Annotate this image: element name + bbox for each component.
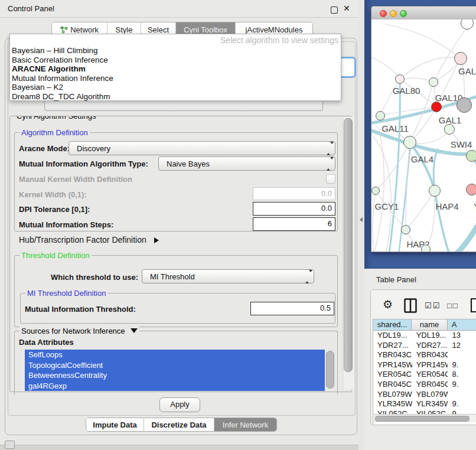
table-row[interactable]: YLR345WYLR345W9. xyxy=(373,399,476,409)
algorithm-option[interactable]: Dream8 DC_TDC Algorithm xyxy=(10,92,341,102)
split-pane-divider[interactable] xyxy=(358,0,364,450)
table-row[interactable]: YPR145WYPR145W9. xyxy=(373,360,476,370)
table-cell: 12 xyxy=(448,341,476,351)
node-label: SWI4 xyxy=(451,139,472,149)
divider-collapse-icon[interactable] xyxy=(360,217,363,222)
tab-discretize-data[interactable]: Discretize Data xyxy=(144,418,214,431)
algorithm-placeholder: Select algorithm to view settings xyxy=(10,34,341,46)
network-node[interactable] xyxy=(431,102,442,112)
table-cell: YDL19... xyxy=(373,331,412,341)
sources-group-title[interactable]: Sources for Network Inference xyxy=(19,327,139,335)
table-cell: YPR145W xyxy=(412,360,448,370)
network-node[interactable] xyxy=(403,136,416,149)
select-all-checkboxes-icon[interactable]: ☑☑ xyxy=(425,301,441,310)
table-hscrollbar[interactable] xyxy=(373,414,476,422)
kernel-width-input[interactable]: 0.0 xyxy=(253,187,335,200)
data-attribute-item[interactable]: SelfLoops xyxy=(25,350,325,360)
hub-definition-label: Hub/Transcription Factor Definition xyxy=(19,235,146,244)
network-node[interactable] xyxy=(376,111,385,120)
document-icon[interactable] xyxy=(470,298,476,313)
dpi-tolerance-input[interactable]: 0.0 xyxy=(253,202,335,216)
aracne-mode-select[interactable]: Discovery xyxy=(69,141,335,155)
network-node[interactable] xyxy=(371,187,380,195)
gear-icon[interactable]: ⚙ xyxy=(383,298,393,311)
algorithm-option[interactable]: Bayesian – K2 xyxy=(10,83,341,92)
network-node[interactable] xyxy=(401,225,410,234)
network-node[interactable] xyxy=(395,74,405,84)
tab-impute-data[interactable]: Impute Data xyxy=(86,418,144,431)
table-row[interactable]: YBR043CYBR043C xyxy=(373,350,476,360)
algorithm-list: Bayesian – Hill ClimbingBasic Correlatio… xyxy=(10,46,341,102)
which-threshold-select[interactable]: MI Threshold xyxy=(142,269,314,283)
mi-threshold-label: Mutual Information Threshold: xyxy=(25,305,136,314)
mi-steps-input[interactable]: 6 xyxy=(253,217,335,231)
tab-select-label: Select xyxy=(148,25,169,34)
settings-scrollbar-thumb[interactable] xyxy=(344,118,353,372)
algorithm-option[interactable]: Bayesian – Hill Climbing xyxy=(10,46,341,56)
screen: Control Panel ✕ Network Style Select Cyn… xyxy=(0,0,476,450)
zoom-window-icon[interactable] xyxy=(400,10,407,17)
algorithm-option[interactable]: Basic Correlation Inference xyxy=(10,56,341,65)
node-label: Y xyxy=(474,201,476,211)
column-header-name[interactable]: name xyxy=(412,319,447,330)
network-canvas[interactable]: GALGAL80GAL10GAL1GAL11SWI4GAL4GCY1HAP4YH… xyxy=(371,19,476,252)
network-node[interactable] xyxy=(466,150,476,162)
table-cell: YBR043C xyxy=(373,350,412,360)
network-node[interactable] xyxy=(461,19,474,30)
network-view-window[interactable]: GALGAL80GAL10GAL1GAL11SWI4GAL4GCY1HAP4YH… xyxy=(371,6,476,252)
minimized-panel-icon[interactable] xyxy=(5,441,15,449)
table-row[interactable]: YIL052CYIL052C9. xyxy=(373,409,476,414)
data-attribute-item[interactable]: TopologicalCoefficient xyxy=(25,360,325,371)
network-icon xyxy=(60,26,68,34)
network-node[interactable] xyxy=(466,184,476,195)
data-attribute-item[interactable]: BetweennessCentrality xyxy=(25,370,325,381)
minimize-window-icon[interactable] xyxy=(390,10,397,17)
table-cell: 9. xyxy=(448,380,476,390)
table-cell: 9. xyxy=(448,409,476,414)
network-node[interactable] xyxy=(444,124,455,135)
table-cell: YER054C xyxy=(373,370,412,380)
network-window-titlebar[interactable] xyxy=(371,6,476,20)
manual-kernel-label: Manual Kernel Width Definition xyxy=(19,175,132,184)
algorithm-option[interactable]: Mutual Information Inference xyxy=(10,74,341,83)
manual-kernel-checkbox[interactable] xyxy=(326,174,335,184)
table-row[interactable]: YDR27...YDR27...12 xyxy=(373,341,476,351)
apply-button[interactable]: Apply xyxy=(159,397,200,412)
float-panel-icon[interactable] xyxy=(331,6,338,14)
mi-threshold-group-title: MI Threshold Definition xyxy=(25,289,107,298)
columns-icon[interactable] xyxy=(404,298,417,313)
tab-network-label: Network xyxy=(70,25,99,34)
network-node[interactable] xyxy=(429,185,441,197)
network-node[interactable] xyxy=(454,52,467,65)
column-header-clipped[interactable]: A xyxy=(448,319,476,330)
table-cell: YPR145W xyxy=(373,360,412,370)
table-cell: YDR27... xyxy=(373,341,412,351)
column-header-shared-name[interactable]: shared... xyxy=(373,319,412,330)
settings-group-title: Cyni Algorithm Settings xyxy=(15,116,97,120)
deselect-all-checkboxes-icon[interactable]: □□ xyxy=(447,301,459,310)
network-node[interactable] xyxy=(429,77,438,87)
algorithm-dropdown-popup: Select algorithm to view settings Bayesi… xyxy=(9,34,341,101)
attributes-scrollbar-thumb[interactable] xyxy=(326,351,334,389)
collapse-down-icon xyxy=(131,328,138,333)
table-cell: YBR045C xyxy=(412,380,448,390)
collapse-right-icon xyxy=(154,237,159,243)
table-row[interactable]: YER054CYER054C8. xyxy=(373,370,476,380)
tab-infer-network[interactable]: Infer Network xyxy=(214,418,276,431)
data-attribute-item[interactable]: gal4RGexp xyxy=(25,381,325,392)
mi-type-select[interactable]: Naive Bayes xyxy=(158,156,335,171)
table-cell: 8. xyxy=(448,370,476,380)
network-node[interactable] xyxy=(457,97,472,113)
table-row[interactable]: YBR045CYBR045C9. xyxy=(373,380,476,390)
hub-definition-toggle[interactable]: Hub/Transcription Factor Definition xyxy=(19,235,159,244)
table-hscrollbar-thumb[interactable] xyxy=(375,416,470,422)
close-window-icon[interactable] xyxy=(380,10,387,17)
close-panel-icon[interactable]: ✕ xyxy=(343,4,350,13)
algorithm-option[interactable]: ARACNE Algorithm xyxy=(10,64,341,74)
network-node[interactable] xyxy=(421,244,431,252)
table-row[interactable]: YBL079WYBL079W xyxy=(373,390,476,400)
sources-title-label: Sources for Network Inference xyxy=(21,327,125,335)
table-row[interactable]: YDL19...YDL19...13 xyxy=(373,331,476,341)
mi-threshold-input[interactable]: 0.5 xyxy=(250,302,334,315)
table-rows: YDL19...YDL19...13YDR27...YDR27...12YBR0… xyxy=(373,331,476,414)
